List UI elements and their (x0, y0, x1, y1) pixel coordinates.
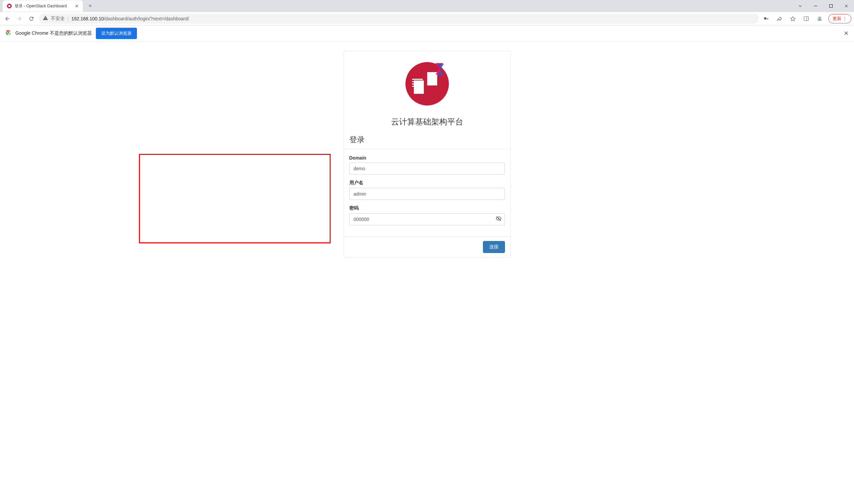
minimize-button[interactable] (808, 0, 823, 12)
default-browser-infobar: Google Chrome 不是您的默认浏览器 设为默认浏览器 ✕ (0, 25, 854, 41)
url-path: /dashboard/auth/login/?next=/dashboard/ (104, 16, 189, 21)
menu-icon: ⋮ (843, 16, 847, 21)
close-button[interactable] (839, 0, 854, 12)
browser-tab[interactable]: 登录 - OpenStack Dashboard ✕ (3, 0, 83, 12)
toolbar-actions: 更新 ⋮ (762, 14, 851, 23)
svg-rect-3 (830, 5, 833, 8)
favicon-icon (7, 3, 12, 9)
chrome-icon (5, 30, 11, 37)
insecure-label: 不安全 (51, 16, 65, 22)
svg-rect-11 (412, 79, 423, 80)
separator: | (68, 16, 69, 21)
browser-chrome: 登录 - OpenStack Dashboard ✕ + (0, 0, 854, 41)
login-form: Domain 用户名 密码 (344, 149, 510, 237)
svg-rect-13 (412, 84, 423, 85)
brand-logo (404, 60, 451, 107)
reload-button[interactable] (27, 14, 36, 23)
svg-point-7 (819, 17, 821, 19)
login-panel: 云计算基础架构平台 登录 Domain 用户名 密码 (344, 51, 511, 257)
browser-toolbar: 不安全 | 192.168.100.10/dashboard/auth/logi… (0, 12, 854, 25)
login-footer: 连接 (344, 237, 510, 257)
tab-bar: 登录 - OpenStack Dashboard ✕ + (0, 0, 854, 12)
key-icon[interactable] (762, 14, 771, 23)
window-controls (792, 0, 854, 12)
update-label: 更新 (833, 16, 841, 22)
svg-rect-1 (8, 5, 10, 7)
infobar-text: Google Chrome 不是您的默认浏览器 (15, 30, 92, 36)
back-button[interactable] (3, 14, 12, 23)
domain-input[interactable] (349, 163, 505, 175)
connect-button[interactable]: 连接 (483, 241, 505, 253)
share-icon[interactable] (775, 14, 784, 23)
password-group: 密码 (349, 205, 505, 225)
login-heading: 登录 (344, 134, 510, 149)
infobar-close-icon[interactable]: ✕ (844, 30, 849, 37)
username-group: 用户名 (349, 180, 505, 200)
domain-group: Domain (349, 155, 505, 175)
svg-rect-14 (412, 86, 423, 87)
svg-rect-4 (804, 17, 808, 21)
set-default-button[interactable]: 设为默认浏览器 (96, 28, 137, 39)
chevron-down-icon[interactable] (792, 0, 808, 12)
new-tab-button[interactable]: + (86, 1, 95, 11)
domain-label: Domain (349, 155, 505, 161)
maximize-button[interactable] (823, 0, 839, 12)
insecure-icon (43, 15, 48, 22)
profile-icon[interactable] (815, 14, 824, 23)
page-viewport: 云计算基础架构平台 登录 Domain 用户名 密码 (0, 41, 854, 281)
forward-button[interactable] (15, 14, 24, 23)
username-label: 用户名 (349, 180, 505, 186)
panel-icon[interactable] (802, 14, 811, 23)
annotation-highlight (139, 154, 331, 243)
tab-close-icon[interactable]: ✕ (75, 3, 79, 9)
svg-rect-12 (412, 81, 423, 82)
tab-title: 登录 - OpenStack Dashboard (15, 3, 72, 9)
password-label: 密码 (349, 205, 505, 211)
url-host: 192.168.100.10 (71, 16, 104, 21)
address-bar[interactable]: 不安全 | 192.168.100.10/dashboard/auth/logi… (39, 14, 759, 24)
update-button[interactable]: 更新 ⋮ (828, 14, 851, 23)
username-input[interactable] (349, 188, 505, 200)
platform-title: 云计算基础架构平台 (344, 110, 510, 134)
logo-area (344, 51, 510, 110)
eye-off-icon[interactable] (495, 216, 502, 223)
bookmark-icon[interactable] (788, 14, 798, 23)
password-input[interactable] (349, 213, 505, 225)
